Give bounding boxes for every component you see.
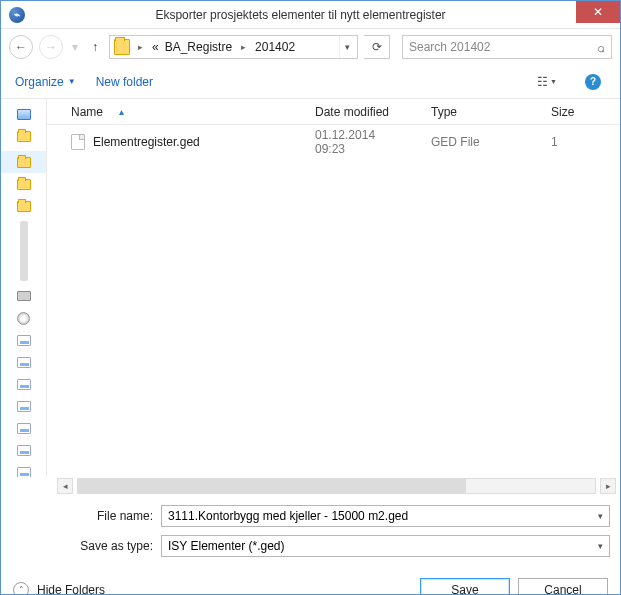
monitor-icon <box>17 109 31 120</box>
tree-folder[interactable] <box>1 125 46 147</box>
file-row[interactable]: Elementregister.ged 01.12.2014 09:23 GED… <box>47 131 620 153</box>
tree-item[interactable] <box>1 439 46 461</box>
arrow-up-icon: ↑ <box>92 40 98 54</box>
folder-icon <box>114 39 130 55</box>
chevron-down-icon: ▾ <box>72 40 78 54</box>
nav-tree[interactable] <box>1 99 47 477</box>
file-type: GED File <box>431 135 480 149</box>
col-date[interactable]: Date modified <box>303 105 419 119</box>
refresh-button[interactable]: ⟳ <box>364 35 390 59</box>
tree-drive[interactable] <box>1 285 46 307</box>
collapse-icon: ˄ <box>13 582 29 595</box>
save-button[interactable]: Save <box>420 578 510 595</box>
column-headers: Name ▴ Date modified Type Size <box>47 99 620 125</box>
file-size: 1 <box>551 135 558 149</box>
shortcut-icon <box>17 335 31 346</box>
tree-scrollbar[interactable] <box>20 221 28 281</box>
col-type[interactable]: Type <box>419 105 539 119</box>
search-placeholder: Search 201402 <box>409 40 597 54</box>
col-type-label: Type <box>431 105 457 119</box>
tree-item[interactable] <box>1 373 46 395</box>
nav-back-button[interactable]: ← <box>9 35 33 59</box>
organize-menu[interactable]: Organize ▼ <box>15 75 76 89</box>
chevron-down-icon[interactable]: ▾ <box>598 541 603 551</box>
hide-folders-button[interactable]: ˄ Hide Folders <box>13 582 105 595</box>
tree-item[interactable] <box>1 329 46 351</box>
search-input[interactable]: Search 201402 ⌕ <box>402 35 612 59</box>
breadcrumb-prefix: « <box>149 40 162 54</box>
refresh-icon: ⟳ <box>372 40 382 54</box>
help-icon: ? <box>585 74 601 90</box>
chevron-down-icon[interactable]: ▾ <box>598 511 603 521</box>
drive-icon <box>17 291 31 301</box>
scroll-right-button[interactable]: ▸ <box>600 478 616 494</box>
tree-folder[interactable] <box>1 151 46 173</box>
cancel-button[interactable]: Cancel <box>518 578 608 595</box>
chevron-down-icon: ▼ <box>68 77 76 86</box>
folder-icon <box>17 131 31 142</box>
app-icon: ⌁ <box>9 7 25 23</box>
nav-history-dropdown[interactable]: ▾ <box>69 39 81 55</box>
file-name-value: 3111.Kontorbygg med kjeller - 15000 m2.g… <box>168 509 598 523</box>
col-name-label: Name <box>71 105 103 119</box>
col-name[interactable]: Name ▴ <box>47 105 303 119</box>
view-options-button[interactable]: ☷ ▼ <box>534 71 560 93</box>
chevron-right-icon: ▸ <box>132 42 149 52</box>
col-size-label: Size <box>551 105 574 119</box>
hide-folders-label: Hide Folders <box>37 583 105 595</box>
folder-icon <box>17 201 31 212</box>
col-size[interactable]: Size <box>539 105 616 119</box>
tree-item[interactable] <box>1 461 46 477</box>
tree-disc[interactable] <box>1 307 46 329</box>
file-name-label: File name: <box>11 509 161 523</box>
shortcut-icon <box>17 445 31 456</box>
new-folder-button[interactable]: New folder <box>96 75 153 89</box>
tree-folder[interactable] <box>1 195 46 217</box>
file-icon <box>71 134 85 150</box>
scroll-track[interactable] <box>77 478 596 494</box>
folder-icon <box>17 157 31 168</box>
file-name-input[interactable]: 3111.Kontorbygg med kjeller - 15000 m2.g… <box>161 505 610 527</box>
file-name: Elementregister.ged <box>93 135 200 149</box>
file-date: 01.12.2014 09:23 <box>315 128 407 156</box>
breadcrumb[interactable]: ▸ « BA_Registre ▸ 201402 ▾ <box>109 35 358 59</box>
tree-desktop[interactable] <box>1 103 46 125</box>
chevron-right-icon: ▸ <box>235 42 252 52</box>
scroll-thumb[interactable] <box>78 479 466 493</box>
nav-up-button[interactable]: ↑ <box>87 39 103 55</box>
save-type-value: ISY Elementer (*.ged) <box>168 539 285 553</box>
tree-folder[interactable] <box>1 173 46 195</box>
shortcut-icon <box>17 357 31 368</box>
chevron-down-icon: ▼ <box>550 78 557 85</box>
arrow-right-icon: → <box>45 40 57 54</box>
tree-item[interactable] <box>1 417 46 439</box>
organize-label: Organize <box>15 75 64 89</box>
save-button-label: Save <box>451 583 478 595</box>
breadcrumb-dropdown[interactable]: ▾ <box>339 36 355 58</box>
save-type-select[interactable]: ISY Elementer (*.ged) ▾ <box>161 535 610 557</box>
shortcut-icon <box>17 379 31 390</box>
shortcut-icon <box>17 467 31 478</box>
arrow-left-icon: ← <box>15 40 27 54</box>
nav-forward-button[interactable]: → <box>39 35 63 59</box>
tree-item[interactable] <box>1 351 46 373</box>
breadcrumb-item-1[interactable]: 201402 <box>252 40 298 54</box>
breadcrumb-item-0[interactable]: BA_Registre <box>162 40 235 54</box>
close-icon: ✕ <box>593 5 603 19</box>
window-title: Eksporter prosjektets elementer til nytt… <box>25 8 576 22</box>
new-folder-label: New folder <box>96 75 153 89</box>
sort-asc-icon: ▴ <box>119 106 124 117</box>
shortcut-icon <box>17 401 31 412</box>
cancel-button-label: Cancel <box>544 583 581 595</box>
help-button[interactable]: ? <box>580 71 606 93</box>
horizontal-scrollbar[interactable]: ◂ ▸ <box>1 477 620 495</box>
disc-icon <box>17 312 30 325</box>
view-list-icon: ☷ <box>537 75 548 89</box>
shortcut-icon <box>17 423 31 434</box>
scroll-left-button[interactable]: ◂ <box>57 478 73 494</box>
col-date-label: Date modified <box>315 105 389 119</box>
save-type-label: Save as type: <box>11 539 161 553</box>
folder-icon <box>17 179 31 190</box>
close-button[interactable]: ✕ <box>576 1 620 23</box>
tree-item[interactable] <box>1 395 46 417</box>
